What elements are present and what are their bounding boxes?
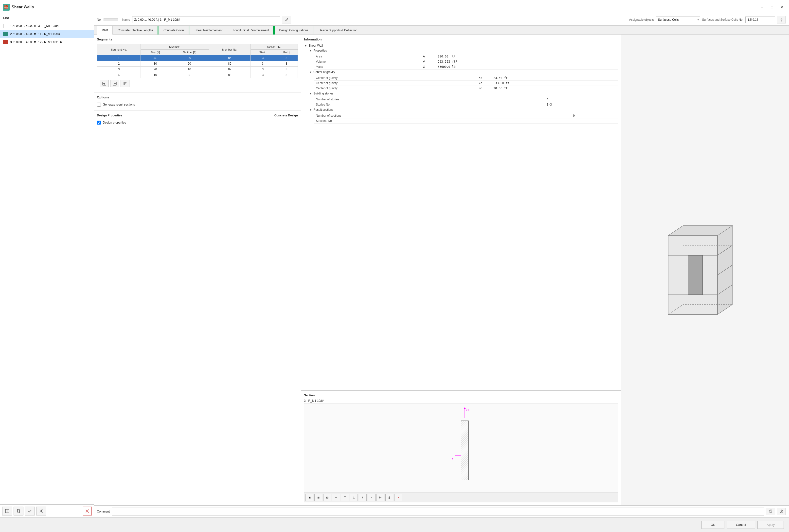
list-item-selected[interactable]: 2 Z: 0.00 ... 40.00 ft | 11 - R_M1 10/84 (0, 30, 94, 38)
options-section: Options Generate result sections (94, 93, 301, 111)
list-copy-button[interactable] (14, 507, 23, 515)
tree-stories-group: ▼ Building stories Number of stories 4 (304, 91, 618, 107)
section-preview: z+ y (304, 403, 618, 492)
tab-concrete-cover[interactable]: Concrete Cover (158, 26, 189, 35)
info-tree: ▼ Shear Wall ▼ Properties (304, 43, 618, 124)
comment-info-button[interactable] (777, 508, 786, 515)
section-tool-4[interactable]: ⊢ (332, 494, 340, 501)
tree-toggle[interactable]: ▼ (309, 92, 312, 95)
info-row-stories-no: Stories No. 0-3 (314, 102, 618, 107)
design-properties-checkbox[interactable] (97, 120, 101, 125)
section-tool-7[interactable]: ⊦ (359, 494, 367, 501)
name-edit-button[interactable] (282, 16, 291, 23)
generate-result-sections-label[interactable]: Generate result sections (103, 103, 135, 106)
list-item-label: 2 Z: 0.00 ... 40.00 ft | 11 - R_M1 10/84 (10, 32, 60, 36)
section-tool-3[interactable]: ⊡ (323, 494, 331, 501)
list-check-button[interactable] (25, 507, 35, 515)
table-row[interactable]: 3 20 10 87 3 3 (97, 66, 298, 72)
col-zbottom: Zbottom [ft] (170, 50, 209, 55)
tree-cog-group: ▼ Center of gravity Center of gravity Xc… (304, 70, 618, 91)
svg-rect-23 (461, 421, 468, 480)
list-items: 1 Z: 0.00 ... 40.00 ft | 3 - R_M1 10/84 … (0, 22, 94, 505)
tree-toggle[interactable]: ▼ (309, 49, 312, 52)
comment-copy-button[interactable] (766, 508, 775, 515)
list-item[interactable]: 1 Z: 0.00 ... 40.00 ft | 3 - R_M1 10/84 (0, 22, 94, 30)
section-tool-6[interactable]: ⊥ (350, 494, 358, 501)
section-tool-8[interactable]: ⊧ (368, 494, 376, 501)
tree-shear-wall: ▼ Shear Wall (304, 43, 618, 48)
list-delete-button[interactable] (83, 507, 92, 515)
main-content: List 1 Z: 0.00 ... 40.00 ft | 3 - R_M1 1… (0, 14, 789, 517)
no-label: No. (97, 18, 101, 21)
list-settings-button[interactable] (36, 507, 46, 515)
table-row[interactable]: 2 30 20 86 3 3 (97, 61, 298, 66)
close-button[interactable]: ✕ (777, 4, 786, 11)
assignable-select[interactable]: Surfaces / Cells Members (656, 17, 700, 23)
cog-val-yc: -33.00 ft (492, 81, 618, 86)
tab-design-supports-deflection[interactable]: Design Supports & Deflection (314, 26, 363, 35)
section-tool-5[interactable]: ⊤ (341, 494, 349, 501)
ok-button[interactable]: OK (701, 521, 725, 529)
result-sections-table: Number of sections 0 Sections No. (314, 113, 618, 124)
tab-longitudinal-reinforcement[interactable]: Longitudinal Reinforcement (228, 26, 274, 35)
stories-rows: Number of stories 4 Stories No. 0-3 (309, 97, 618, 107)
cog-table: Center of gravity Xc 23.50 ft Center of … (314, 75, 618, 91)
section-tool-10[interactable]: 🖨 (385, 494, 393, 501)
design-properties-row: Design properties (97, 120, 298, 126)
tab-main[interactable]: Main (97, 26, 113, 35)
prop-key-mass: G (421, 64, 436, 70)
section-tool-9[interactable]: ⊨ (377, 494, 384, 501)
table-add-row-button[interactable] (100, 80, 109, 87)
tree-toggle[interactable]: ▼ (309, 108, 312, 112)
surfaces-input[interactable] (745, 17, 775, 23)
stories-label-num: Number of stories (314, 97, 530, 102)
name-field-group: Name (122, 16, 291, 23)
prop-val-area: 280.00 ft² (436, 54, 618, 59)
cell-seg: 3 (97, 66, 141, 72)
cancel-button[interactable]: Cancel (727, 521, 755, 529)
apply-button[interactable]: Apply (757, 521, 784, 529)
surfaces-label: Surfaces and Surface Cells No. (702, 18, 744, 21)
stories-val-no: 0-3 (545, 102, 618, 107)
tab-concrete-effective-lengths[interactable]: Concrete Effective Lengths (113, 26, 158, 35)
prop-label-area: Area (314, 54, 421, 59)
list-toolbar (0, 505, 94, 517)
tree-toggle[interactable]: ▼ (309, 70, 312, 74)
name-input[interactable] (132, 17, 280, 23)
list-item[interactable]: 3 Z: 0.00 ... 40.00 ft | 12 - R_M1 10/15… (0, 38, 94, 46)
stories-title: Building stories (313, 92, 333, 95)
surfaces-settings-button[interactable] (777, 16, 786, 23)
table-row[interactable]: 4 10 0 88 3 3 (97, 72, 298, 78)
cell-start: 3 (251, 61, 275, 66)
information-title: Information (304, 37, 618, 41)
svg-rect-41 (688, 255, 703, 295)
table-delete-row-button[interactable] (110, 80, 119, 87)
col-member-no: Member No. (209, 44, 251, 55)
cog-label-zc: Center of gravity (314, 86, 477, 91)
list-item-label: 3 Z: 0.00 ... 40.00 ft | 12 - R_M1 10/15… (10, 40, 62, 44)
design-properties-label[interactable]: Design properties (103, 121, 126, 124)
table-row[interactable]: 1 -40 30 85 3 3 (97, 55, 298, 61)
cell-member: 87 (209, 66, 251, 72)
tree-toggle[interactable]: ▼ (304, 44, 307, 48)
svg-marker-18 (464, 407, 466, 409)
generate-result-sections-checkbox[interactable] (97, 102, 101, 107)
minimize-button[interactable]: ─ (758, 4, 767, 11)
tab-shear-reinforcement[interactable]: Shear Reinforcement (190, 26, 227, 35)
maximize-button[interactable]: □ (768, 4, 776, 11)
result-sections-rows: Number of sections 0 Sections No. (309, 113, 618, 124)
section-tool-11[interactable]: ✕ (394, 494, 402, 501)
list-add-button[interactable] (2, 507, 12, 515)
assignable-group: Assignable objects Surfaces / Cells Memb… (629, 16, 786, 23)
top-bar: No. Name Assignable objects Surfaces / C… (94, 14, 789, 26)
section-tool-1[interactable]: ⊞ (306, 494, 313, 501)
comment-input[interactable] (112, 508, 764, 515)
cell-seg: 2 (97, 61, 141, 66)
table-sort-button[interactable] (120, 80, 130, 87)
section-tool-2[interactable]: ⊟ (314, 494, 322, 501)
window-controls: ─ □ ✕ (758, 4, 786, 11)
tab-design-configurations[interactable]: Design Configurations (274, 26, 313, 35)
section-label-name: 3 - R_M1 10/84 (304, 399, 325, 402)
prop-label-volume: Volume (314, 59, 421, 64)
no-field-group: No. (97, 18, 118, 21)
